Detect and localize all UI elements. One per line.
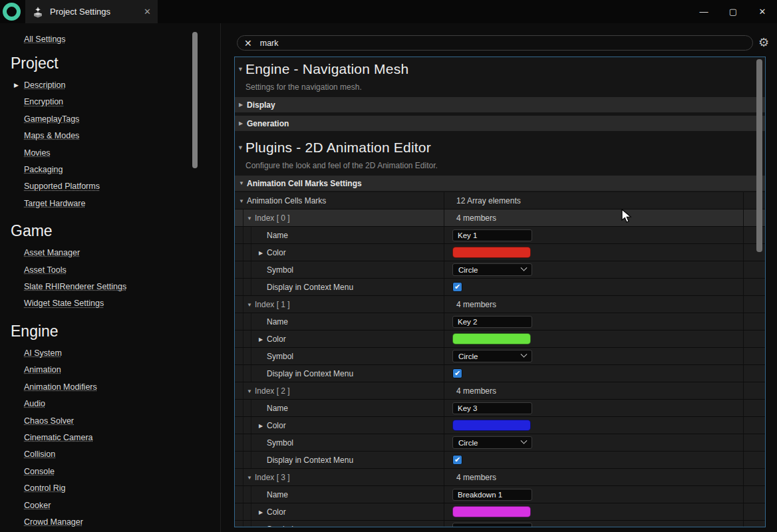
- setting-row-symbol: Symbol Circle: [235, 434, 765, 451]
- section-title: Engine - Navigation Mesh: [245, 61, 408, 77]
- sidebar-item-animation-modifiers[interactable]: Animation Modifiers: [24, 379, 220, 396]
- section-subtitle: Settings for the navigation mesh.: [235, 81, 765, 96]
- sidebar-item-cooker[interactable]: Cooker: [24, 497, 220, 514]
- sidebar-item-encryption[interactable]: Encryption: [24, 94, 220, 110]
- tab-close-icon[interactable]: ✕: [144, 7, 151, 17]
- expanded-arrow-icon[interactable]: ▼: [237, 66, 245, 72]
- symbol-dropdown[interactable]: Circle: [452, 436, 532, 449]
- expanded-arrow-icon[interactable]: ▼: [247, 301, 252, 307]
- sidebar-scrollbar[interactable]: [192, 32, 198, 168]
- setting-row-symbol: Symbol Circle: [235, 261, 765, 278]
- settings-sidebar: All Settings Project ▶Description Encryp…: [0, 23, 220, 532]
- sidebar-item-crowd-manager[interactable]: Crowd Manager: [24, 514, 220, 531]
- sidebar-item-target-hardware[interactable]: Target Hardware: [24, 196, 220, 212]
- category-row-generation[interactable]: ▶ Generation: [235, 116, 765, 131]
- collapsed-arrow-icon[interactable]: ▶: [259, 336, 263, 342]
- symbol-dropdown[interactable]: Triangle: [452, 523, 532, 527]
- display-in-context-menu-checkbox[interactable]: ✔: [452, 282, 462, 292]
- sidebar-item-console[interactable]: Console: [24, 464, 220, 480]
- collapsed-arrow-icon[interactable]: ▶: [259, 249, 263, 255]
- expanded-arrow-icon[interactable]: ▼: [247, 388, 252, 394]
- display-in-context-menu-checkbox[interactable]: ✔: [452, 455, 462, 465]
- tab-title: Project Settings: [50, 7, 110, 17]
- app-logo-icon: [3, 3, 21, 21]
- sidebar-engine-list: AI System Animation Animation Modifiers …: [24, 345, 220, 531]
- settings-gear-icon[interactable]: ⚙: [756, 35, 771, 50]
- section-header-2d-animation-editor[interactable]: ▼ Plugins - 2D Animation Editor: [235, 136, 765, 160]
- settings-rows: ▼ Animation Cells Marks 12 Array element…: [235, 192, 765, 527]
- chevron-down-icon: [521, 351, 528, 358]
- sidebar-item-packaging[interactable]: Packaging: [24, 162, 220, 178]
- expanded-arrow-icon[interactable]: ▼: [247, 474, 252, 480]
- active-item-arrow-icon: ▶: [14, 77, 19, 94]
- setting-row-name: Name Breakdown 1: [235, 486, 765, 503]
- members-count: 4 members: [456, 300, 496, 309]
- name-input[interactable]: Key 3: [452, 402, 532, 414]
- window-controls: — ▢ ✕: [689, 0, 777, 23]
- symbol-dropdown[interactable]: Circle: [452, 350, 532, 362]
- sidebar-item-slate-rhirenderer[interactable]: Slate RHIRenderer Settings: [24, 279, 220, 295]
- color-swatch[interactable]: [452, 506, 531, 517]
- setting-row-name: Name Key 2: [235, 313, 765, 330]
- maximize-button[interactable]: ▢: [718, 7, 748, 17]
- panel-scrollbar[interactable]: [756, 59, 762, 252]
- category-row-display[interactable]: ▶ Display: [235, 97, 765, 112]
- setting-row-display-in-context-menu: Display in Context Menu ✔: [235, 365, 765, 382]
- members-count: 4 members: [456, 473, 496, 482]
- section-subtitle: Configure the look and feel of the 2D An…: [235, 160, 765, 174]
- name-input[interactable]: Key 1: [452, 229, 532, 241]
- sidebar-item-audio[interactable]: Audio: [24, 396, 220, 412]
- name-input[interactable]: Key 2: [452, 316, 532, 328]
- sidebar-item-animation[interactable]: Animation: [24, 362, 220, 378]
- collapsed-arrow-icon[interactable]: ▶: [259, 509, 263, 515]
- sidebar-item-control-rig[interactable]: Control Rig: [24, 480, 220, 497]
- collapsed-arrow-icon[interactable]: ▶: [239, 120, 247, 126]
- sidebar-item-asset-tools[interactable]: Asset Tools: [24, 262, 220, 279]
- expanded-arrow-icon[interactable]: ▼: [237, 144, 245, 151]
- sidebar-item-gameplaytags[interactable]: GameplayTags: [24, 111, 220, 128]
- symbol-dropdown[interactable]: Circle: [452, 263, 532, 276]
- array-item-header-2[interactable]: ▼ Index [ 2 ] 4 members: [235, 382, 765, 399]
- section-header-navigation-mesh[interactable]: ▼ Engine - Navigation Mesh: [235, 57, 765, 81]
- sidebar-section-game: Game: [11, 222, 220, 240]
- name-input[interactable]: Breakdown 1: [452, 489, 532, 501]
- settings-panel: ▼ Engine - Navigation Mesh Settings for …: [234, 57, 766, 527]
- sidebar-item-all-settings[interactable]: All Settings: [24, 35, 66, 44]
- array-item-header-0[interactable]: ▼ Index [ 0 ] 4 members: [235, 209, 765, 226]
- display-in-context-menu-checkbox[interactable]: ✔: [452, 368, 462, 378]
- array-row-animation-cells-marks[interactable]: ▼ Animation Cells Marks 12 Array element…: [235, 192, 765, 209]
- setting-row-color: ▶ Color: [235, 244, 765, 261]
- color-swatch[interactable]: [452, 420, 531, 431]
- sidebar-item-supported-platforms[interactable]: Supported Platforms: [24, 178, 220, 195]
- sidebar-section-engine: Engine: [11, 323, 220, 340]
- sidebar-item-description[interactable]: ▶Description: [24, 77, 220, 94]
- minimize-button[interactable]: —: [689, 7, 718, 17]
- sidebar-item-asset-manager[interactable]: Asset Manager: [24, 245, 220, 261]
- main-area: ✕ mark ⚙ ▼ Engine - Navigation Mesh Sett…: [221, 23, 777, 532]
- close-button[interactable]: ✕: [748, 7, 777, 17]
- expanded-arrow-icon[interactable]: ▼: [239, 198, 244, 203]
- array-item-header-1[interactable]: ▼ Index [ 1 ] 4 members: [235, 296, 765, 313]
- color-swatch[interactable]: [452, 247, 531, 258]
- collapsed-arrow-icon[interactable]: ▶: [259, 422, 263, 428]
- collapsed-arrow-icon[interactable]: ▶: [239, 102, 247, 108]
- expanded-arrow-icon[interactable]: ▼: [239, 180, 247, 186]
- sidebar-item-cinematic-camera[interactable]: Cinematic Camera: [24, 430, 220, 446]
- color-swatch[interactable]: [452, 333, 531, 344]
- project-settings-icon: [32, 6, 44, 18]
- sidebar-item-maps-modes[interactable]: Maps & Modes: [24, 128, 220, 144]
- setting-row-symbol: Symbol Circle: [235, 348, 765, 364]
- tab-project-settings[interactable]: Project Settings ✕: [25, 0, 158, 23]
- sidebar-item-chaos-solver[interactable]: Chaos Solver: [24, 413, 220, 430]
- sidebar-item-ai-system[interactable]: AI System: [24, 345, 220, 362]
- sidebar-project-list: ▶Description Encryption GameplayTags Map…: [24, 77, 220, 212]
- clear-search-icon[interactable]: ✕: [244, 38, 252, 49]
- expanded-arrow-icon[interactable]: ▼: [247, 215, 252, 221]
- chevron-down-icon: [521, 524, 528, 527]
- sidebar-item-movies[interactable]: Movies: [24, 145, 220, 162]
- category-row-animation-cell-marks-settings[interactable]: ▼ Animation Cell Marks Settings: [235, 176, 765, 191]
- sidebar-item-widget-state[interactable]: Widget State Settings: [24, 295, 220, 312]
- search-input[interactable]: ✕ mark: [237, 35, 753, 51]
- sidebar-item-collision[interactable]: Collision: [24, 446, 220, 463]
- array-item-header-3[interactable]: ▼ Index [ 3 ] 4 members: [235, 469, 765, 485]
